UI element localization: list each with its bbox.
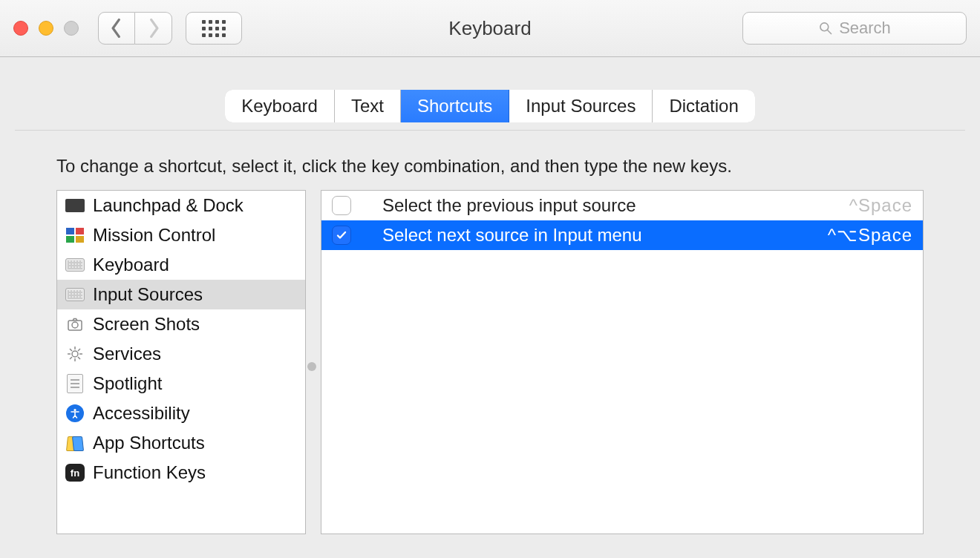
splitter-handle-icon[interactable] <box>307 362 316 371</box>
shortcut-row[interactable]: Select next source in Input menu ^⌥Space <box>321 220 923 250</box>
svg-line-11 <box>78 349 80 351</box>
tab-label: Dictation <box>669 96 738 116</box>
shortcut-checkbox[interactable] <box>332 226 351 245</box>
show-all-button[interactable] <box>186 12 242 45</box>
sidebar-item-label: Accessibility <box>93 403 190 424</box>
forward-button[interactable] <box>135 12 172 45</box>
sidebar-item-spotlight[interactable]: Spotlight <box>57 369 305 398</box>
launchpad-dock-icon <box>65 195 85 216</box>
back-button[interactable] <box>98 12 135 45</box>
instruction-text: To change a shortcut, select it, click t… <box>56 156 924 177</box>
window-titlebar: Keyboard Search <box>0 0 980 57</box>
svg-point-13 <box>74 409 76 411</box>
content: Keyboard Text Shortcuts Input Sources Di… <box>0 57 980 554</box>
sidebar-item-label: Spotlight <box>93 373 162 394</box>
accessibility-icon <box>65 403 85 424</box>
sidebar-item-keyboard[interactable]: Keyboard <box>57 250 305 280</box>
tab-dictation[interactable]: Dictation <box>653 90 754 122</box>
search-icon <box>818 21 833 36</box>
fn-icon: fn <box>65 462 85 483</box>
shortcut-row[interactable]: Select the previous input source ^Space <box>321 191 923 220</box>
shortcut-keys[interactable]: ^⌥Space <box>828 225 912 246</box>
sidebar-item-screen-shots[interactable]: Screen Shots <box>57 309 305 339</box>
nav-buttons <box>98 12 172 45</box>
shortcut-keys[interactable]: ^Space <box>849 195 912 216</box>
sidebar-item-accessibility[interactable]: Accessibility <box>57 398 305 428</box>
sidebar-item-label: Function Keys <box>93 462 206 483</box>
sidebar-item-app-shortcuts[interactable]: App Shortcuts <box>57 428 305 458</box>
sidebar-item-label: Input Sources <box>93 284 203 305</box>
svg-point-3 <box>72 322 78 328</box>
tab-input-sources[interactable]: Input Sources <box>509 90 653 122</box>
close-window-button[interactable] <box>13 21 28 36</box>
traffic-lights <box>13 21 79 36</box>
search-placeholder: Search <box>839 19 891 38</box>
gear-icon <box>65 344 85 364</box>
camera-icon <box>65 314 85 335</box>
tab-bar: Keyboard Text Shortcuts Input Sources Di… <box>0 90 980 122</box>
shortcut-checkbox[interactable] <box>332 196 351 215</box>
tab-label: Shortcuts <box>417 96 492 116</box>
sidebar-item-function-keys[interactable]: fn Function Keys <box>57 458 305 488</box>
shortcut-label: Select the previous input source <box>382 195 849 216</box>
svg-point-4 <box>72 351 78 357</box>
svg-line-1 <box>828 30 832 34</box>
search-field[interactable]: Search <box>742 12 967 45</box>
tab-label: Keyboard <box>241 96 318 116</box>
sidebar-item-mission-control[interactable]: Mission Control <box>57 220 305 250</box>
app-shortcuts-icon <box>65 433 85 453</box>
grid-icon <box>202 20 226 37</box>
tab-text[interactable]: Text <box>335 90 401 122</box>
minimize-window-button[interactable] <box>39 21 53 36</box>
sidebar-item-input-sources[interactable]: Input Sources <box>57 280 305 309</box>
svg-line-12 <box>70 357 72 359</box>
shortcut-label: Select next source in Input menu <box>382 225 828 246</box>
sidebar-item-label: App Shortcuts <box>93 433 205 453</box>
tab-shortcuts[interactable]: Shortcuts <box>401 90 509 122</box>
sidebar-item-label: Keyboard <box>93 255 169 275</box>
checkmark-icon <box>336 229 347 241</box>
keyboard-icon <box>65 255 85 275</box>
chevron-right-icon <box>147 19 160 38</box>
sidebar-item-launchpad-dock[interactable]: Launchpad & Dock <box>57 191 305 220</box>
document-icon <box>65 373 85 394</box>
keyboard-icon <box>65 284 85 305</box>
svg-line-10 <box>78 357 80 359</box>
tab-label: Text <box>351 96 384 116</box>
tab-label: Input Sources <box>526 96 636 116</box>
svg-line-9 <box>70 349 72 351</box>
shortcut-list[interactable]: Select the previous input source ^Space … <box>321 190 924 534</box>
chevron-left-icon <box>110 19 123 38</box>
zoom-window-button[interactable] <box>64 21 79 36</box>
sidebar-item-label: Mission Control <box>93 225 215 246</box>
tab-keyboard[interactable]: Keyboard <box>225 90 335 122</box>
sidebar-item-label: Launchpad & Dock <box>93 195 244 216</box>
shortcuts-panel: To change a shortcut, select it, click t… <box>15 130 965 534</box>
sidebar-item-services[interactable]: Services <box>57 339 305 369</box>
category-sidebar[interactable]: Launchpad & Dock Mission Control Keyboar… <box>56 190 306 534</box>
sidebar-item-label: Services <box>93 344 161 364</box>
mission-control-icon <box>65 225 85 246</box>
sidebar-item-label: Screen Shots <box>93 314 200 335</box>
